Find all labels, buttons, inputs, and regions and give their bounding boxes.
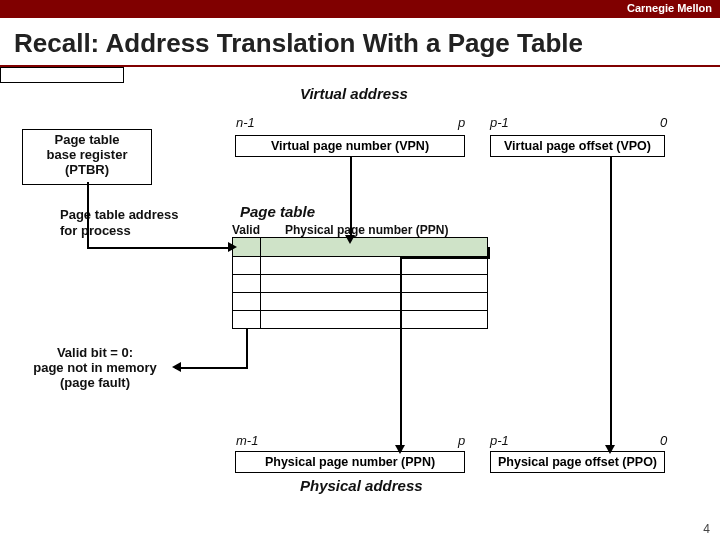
diagram-stage: Virtual address n-1 p p-1 0 Virtual page…	[0, 67, 720, 537]
tick-n1: n-1	[236, 115, 255, 130]
line-pt-row-stub	[488, 247, 490, 259]
table-row	[233, 292, 487, 310]
table-row	[233, 310, 487, 328]
page-table	[232, 237, 488, 329]
ptbr-l3: (PTBR)	[23, 162, 151, 177]
tick-p1-bot: p-1	[490, 433, 509, 448]
brand-text: Carnegie Mellon	[627, 2, 712, 14]
arrowhead-icon	[167, 362, 181, 372]
tick-p1-top1: p-1	[490, 115, 509, 130]
tick-m1: m-1	[236, 433, 258, 448]
line-pt-out	[400, 257, 488, 259]
arrowhead-icon	[605, 445, 615, 454]
physical-address-label: Physical address	[300, 477, 423, 494]
tick-p-top1: p	[458, 115, 465, 130]
ppn-text: Physical page number (PPN)	[265, 455, 435, 469]
ptbr-l1: Page table	[23, 132, 151, 147]
virtual-address-label: Virtual address	[300, 85, 408, 102]
fault-l2: page not in memory	[20, 360, 170, 375]
pt-title: Page table	[240, 203, 315, 220]
ppo-text: Physical page offset (PPO)	[498, 455, 657, 469]
line-valid-down	[246, 329, 248, 369]
ptbr-register	[0, 67, 124, 83]
arrow-vpo-to-ppo	[610, 157, 612, 449]
page-number: 4	[703, 522, 710, 536]
vpn-text: Virtual page number (VPN)	[271, 139, 429, 153]
pt-head-ppn: Physical page number (PPN)	[285, 223, 448, 237]
ptbr-l2: base register	[23, 147, 151, 162]
arrowhead-icon	[345, 235, 355, 244]
fault-l3: (page fault)	[20, 375, 170, 390]
arrow-pt-to-ppn	[400, 257, 402, 449]
pta-l1: Page table address	[60, 207, 179, 222]
vpn-box: Virtual page number (VPN)	[235, 135, 465, 157]
pta-l2: for process	[60, 223, 131, 238]
brand-bar: Carnegie Mellon	[0, 0, 720, 18]
table-row	[233, 274, 487, 292]
line-valid-left	[175, 367, 247, 369]
ppn-box: Physical page number (PPN)	[235, 451, 465, 473]
table-row	[233, 238, 487, 256]
arrowhead-icon	[228, 242, 237, 252]
line-ptbr-right	[87, 247, 231, 249]
arrowhead-icon	[395, 445, 405, 454]
tick-0-bot: 0	[660, 433, 667, 448]
tick-0-top: 0	[660, 115, 667, 130]
vpo-box: Virtual page offset (VPO)	[490, 135, 665, 157]
vpo-text: Virtual page offset (VPO)	[504, 139, 651, 153]
page-title: Recall: Address Translation With a Page …	[0, 18, 720, 67]
fault-l1: Valid bit = 0:	[20, 345, 170, 360]
ptbr-box: Page table base register (PTBR)	[22, 129, 152, 185]
ppo-box: Physical page offset (PPO)	[490, 451, 665, 473]
tick-p-bot: p	[458, 433, 465, 448]
table-row	[233, 256, 487, 274]
arrow-vpn-to-pt	[350, 157, 352, 237]
line-ptbr-down	[87, 182, 89, 247]
pt-head-valid: Valid	[232, 223, 260, 237]
